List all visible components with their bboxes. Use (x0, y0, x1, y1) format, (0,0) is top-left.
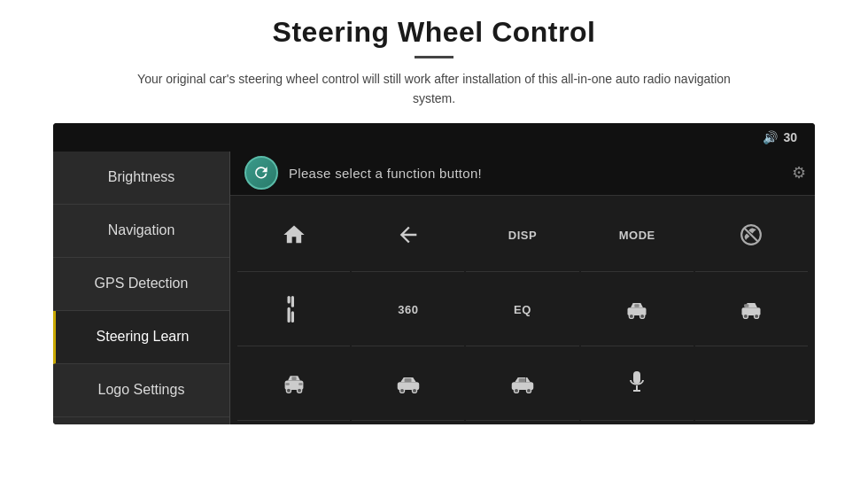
page: Steering Wheel Control Your original car… (0, 0, 868, 482)
sidebar-item-steering-learn[interactable]: Steering Learn (53, 311, 229, 364)
svg-rect-29 (633, 371, 640, 384)
grid-360-button[interactable]: 360 (352, 274, 464, 346)
disp-label: DISP (508, 229, 537, 242)
grid-home-button[interactable] (237, 199, 350, 272)
grid-mic-button[interactable] (581, 348, 694, 421)
title-divider (415, 56, 453, 58)
svg-point-7 (629, 315, 633, 319)
page-title: Steering Wheel Control (273, 16, 596, 49)
grid-car2-button[interactable] (695, 274, 808, 346)
svg-point-16 (297, 388, 301, 393)
settings-icon: ⚙ (792, 163, 806, 183)
grid-empty-cell (695, 348, 808, 421)
svg-rect-19 (298, 383, 302, 385)
svg-rect-13 (745, 305, 749, 308)
button-grid: DISP MODE (230, 196, 815, 424)
svg-rect-23 (404, 378, 411, 382)
svg-rect-18 (285, 383, 289, 385)
svg-rect-2 (291, 296, 293, 307)
grid-no-call-button[interactable] (695, 199, 808, 272)
function-prompt: Please select a function button! (289, 166, 482, 181)
grid-car1-button[interactable] (581, 274, 694, 346)
page-subtitle: Your original car's steering wheel contr… (124, 69, 744, 109)
svg-point-26 (526, 389, 531, 393)
eq-label: EQ (514, 303, 531, 316)
svg-rect-9 (635, 305, 639, 308)
svg-point-8 (640, 315, 645, 319)
volume-value: 30 (783, 130, 797, 144)
grid-eq-button[interactable]: EQ (466, 274, 578, 346)
svg-point-21 (399, 389, 404, 393)
svg-rect-27 (519, 378, 526, 382)
main-content: Please select a function button! ⚙ DISP (230, 152, 815, 424)
function-bar: Please select a function button! ⚙ (230, 152, 815, 196)
360-label: 360 (398, 303, 418, 316)
svg-point-22 (412, 389, 416, 393)
sidebar-item-logo-settings[interactable]: Logo Settings (53, 364, 229, 417)
device-body: Brightness Navigation GPS Detection Stee… (53, 152, 815, 424)
svg-point-11 (744, 315, 748, 319)
svg-point-15 (286, 388, 291, 393)
grid-back-button[interactable] (352, 199, 464, 272)
svg-point-25 (514, 389, 518, 393)
mode-label: MODE (619, 229, 655, 242)
sidebar-item-gps-detection[interactable]: GPS Detection (53, 258, 229, 311)
sidebar: Brightness Navigation GPS Detection Stee… (53, 152, 230, 424)
svg-rect-17 (291, 377, 296, 380)
grid-car-front-button[interactable] (237, 348, 350, 421)
grid-mode-button[interactable]: MODE (581, 199, 694, 272)
svg-rect-4 (287, 296, 290, 304)
sidebar-item-navigation[interactable]: Navigation (53, 205, 229, 258)
refresh-button[interactable] (244, 156, 278, 190)
grid-disp-button[interactable]: DISP (466, 199, 578, 272)
svg-point-12 (755, 315, 759, 319)
grid-car-side1-button[interactable] (352, 348, 464, 421)
svg-rect-5 (287, 307, 290, 323)
volume-icon: 🔊 (763, 130, 778, 144)
svg-rect-3 (291, 311, 293, 323)
device-topbar: 🔊 30 (53, 123, 815, 152)
device-screen: 🔊 30 Brightness Navigation GPS Detection… (53, 123, 815, 424)
sidebar-item-brightness[interactable]: Brightness (53, 152, 229, 205)
grid-car-side2-button[interactable] (466, 348, 578, 421)
grid-tuner-button[interactable] (237, 274, 350, 346)
